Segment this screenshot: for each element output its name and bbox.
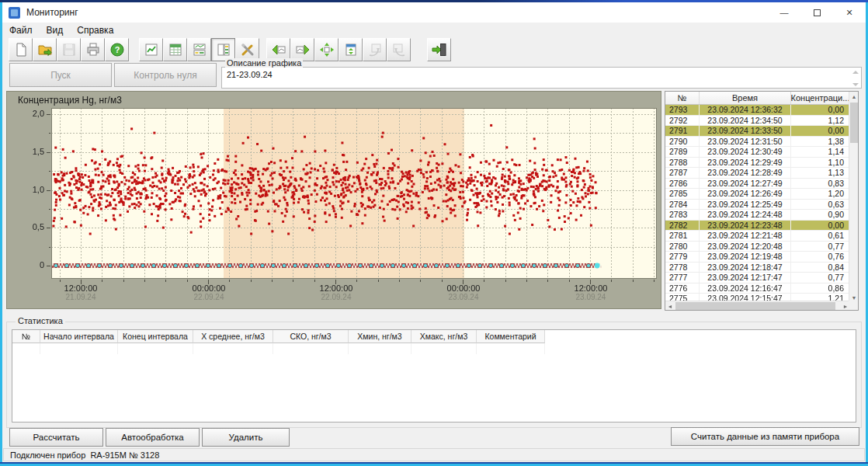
log-table-row[interactable]: 278123.09.2024 12:21:480,61 (665, 231, 850, 242)
statistics-column-header[interactable]: № (12, 330, 40, 343)
log-table-row[interactable]: 279223.09.2024 12:34:501,12 (665, 116, 850, 127)
toolbar-fit-all-button[interactable] (314, 38, 339, 61)
toolbar-exit-button[interactable] (427, 38, 451, 61)
log-cell: 1,38 (791, 137, 850, 147)
log-cell: 23.09.2024 12:36:32 (700, 105, 791, 115)
log-cell: 0,77 (791, 273, 850, 283)
log-cell: 2789 (665, 147, 700, 157)
log-cell: 23.09.2024 12:25:49 (700, 200, 791, 210)
log-cell: 23.09.2024 12:18:47 (700, 263, 791, 273)
log-table-row[interactable]: 278923.09.2024 12:30:491,14 (665, 147, 850, 158)
log-cell: 2793 (665, 105, 700, 115)
minimize-button[interactable]: — (768, 2, 800, 23)
statistics-column-header[interactable]: Конец интервала (118, 330, 193, 343)
app-icon (9, 7, 20, 19)
toolbar-print-button[interactable] (81, 38, 105, 61)
log-table-row[interactable]: 277823.09.2024 12:18:470,84 (665, 263, 850, 273)
toolbar-view-chart-button[interactable] (139, 38, 163, 61)
statistics-column-header[interactable]: Хмакс, нг/м3 (411, 330, 477, 343)
statistics-column-header[interactable]: Хмин, нг/м3 (349, 330, 411, 343)
vertical-scroll-thumb[interactable] (850, 103, 858, 143)
statistics-column-header[interactable]: Комментарий (477, 330, 545, 343)
start-button[interactable]: Пуск (9, 63, 112, 87)
statistics-empty-cell (193, 343, 273, 354)
menu-view[interactable]: Вид (40, 25, 71, 36)
exit-icon (432, 42, 447, 57)
description-value: 21-23.09.24 (227, 70, 273, 79)
statistics-column-header[interactable]: Х среднее, нг/м3 (193, 330, 273, 343)
x-axis-time-label: 12:00:00 (51, 283, 110, 293)
log-cell: 1,12 (791, 116, 850, 126)
log-table-row[interactable]: 278623.09.2024 12:27:490,83 (665, 179, 850, 190)
log-table-row[interactable]: 277723.09.2024 12:17:470,77 (665, 273, 850, 283)
log-cell: 23.09.2024 12:16:47 (700, 283, 791, 294)
toolbar-open-file-button[interactable] (33, 38, 57, 61)
log-table-row[interactable]: 279323.09.2024 12:36:320,00 (665, 105, 850, 116)
log-table-row[interactable]: 278023.09.2024 12:20:480,77 (665, 242, 850, 252)
log-cell: 2783 (665, 210, 700, 220)
maximize-button[interactable] (800, 2, 833, 23)
zero-control-button[interactable]: Контроль нуля (114, 63, 217, 87)
toolbar-prev-scale-button[interactable] (363, 38, 387, 61)
delete-button[interactable]: Удалить (202, 428, 290, 447)
statistics-empty-cell (118, 343, 193, 354)
x-axis-tick: 00:00:0022.09.24 (179, 283, 238, 301)
log-table-row[interactable]: 277923.09.2024 12:19:480,76 (665, 252, 850, 263)
read-device-memory-button[interactable]: Считать данные из памяти прибора (671, 427, 859, 446)
log-horizontal-scrollbar[interactable]: ◄ ► (665, 301, 850, 310)
log-table-row[interactable]: 278323.09.2024 12:24:480,90 (665, 210, 850, 221)
scroll-down-icon (852, 83, 859, 86)
log-cell: 1,20 (791, 189, 850, 199)
view-split-horizontal-icon (192, 42, 207, 57)
menu-help[interactable]: Справка (70, 25, 120, 36)
log-cell: 2782 (665, 221, 700, 231)
view-chart-icon (144, 42, 159, 57)
log-cell: 23.09.2024 12:30:49 (700, 147, 791, 157)
log-table-row[interactable]: 278423.09.2024 12:25:490,63 (665, 200, 850, 210)
toolbar-save-file-button[interactable] (57, 38, 81, 61)
log-table-rows: 279323.09.2024 12:36:320,00279223.09.202… (665, 105, 850, 302)
fit-vertical-icon (343, 42, 359, 57)
log-table-row[interactable]: 279023.09.2024 12:31:501,38 (665, 137, 850, 148)
description-scrollbar[interactable] (852, 69, 859, 88)
log-table-row[interactable]: 277623.09.2024 12:16:470,86 (665, 283, 850, 294)
toolbar-view-split-horizontal-button[interactable] (187, 38, 211, 61)
toolbar-new-file-button[interactable] (9, 38, 33, 61)
pan-left-icon (271, 42, 286, 57)
log-cell: 23.09.2024 12:28:49 (700, 168, 791, 178)
autoprocess-button[interactable]: Автообработка (106, 428, 200, 447)
log-cell: 23.09.2024 12:20:48 (700, 242, 791, 252)
log-table-row[interactable]: 278823.09.2024 12:29:491,10 (665, 158, 850, 169)
description-field[interactable]: 21-23.09.24 (221, 67, 862, 89)
log-cell: 2786 (665, 179, 700, 189)
toolbar-next-scale-button[interactable] (387, 38, 411, 61)
log-table-row[interactable]: 279123.09.2024 12:33:500,00 (665, 126, 850, 137)
log-cell: 2778 (665, 263, 700, 273)
x-axis-tick: 12:00:0022.09.24 (307, 283, 366, 301)
close-button[interactable]: ✕ (833, 2, 866, 23)
window-border-top (0, 0, 868, 2)
log-cell: 2792 (665, 116, 700, 126)
log-cell: 2785 (665, 189, 700, 199)
chart-canvas[interactable] (7, 92, 662, 310)
log-table-row[interactable]: 278523.09.2024 12:26:491,20 (665, 189, 850, 200)
log-cell: 2780 (665, 242, 700, 252)
statistics-empty-cell (411, 343, 477, 354)
fit-all-icon (319, 42, 335, 57)
calculate-button[interactable]: Рассчитать (9, 428, 103, 447)
menu-file[interactable]: Файл (2, 25, 40, 36)
log-table-row[interactable]: 278723.09.2024 12:28:491,13 (665, 168, 850, 179)
toolbar-help-button[interactable]: ? (105, 38, 129, 61)
horizontal-scroll-thumb[interactable] (675, 302, 835, 310)
log-table-row[interactable]: 278223.09.2024 12:23:480,00 (665, 221, 850, 231)
log-cell: 23.09.2024 12:31:50 (700, 137, 791, 147)
log-vertical-scrollbar[interactable]: ▲ ▼ (849, 92, 858, 302)
log-column-header[interactable]: № (665, 92, 700, 104)
log-column-header[interactable]: Время (700, 92, 791, 104)
log-cell: 2791 (665, 126, 700, 136)
toolbar-view-table-button[interactable] (163, 38, 187, 61)
toolbar-fit-vertical-button[interactable] (339, 38, 363, 61)
log-column-header[interactable]: Концентраци... (791, 92, 850, 104)
statistics-column-header[interactable]: Начало интервала (40, 330, 118, 343)
statistics-column-header[interactable]: СКО, нг/м3 (273, 330, 349, 343)
